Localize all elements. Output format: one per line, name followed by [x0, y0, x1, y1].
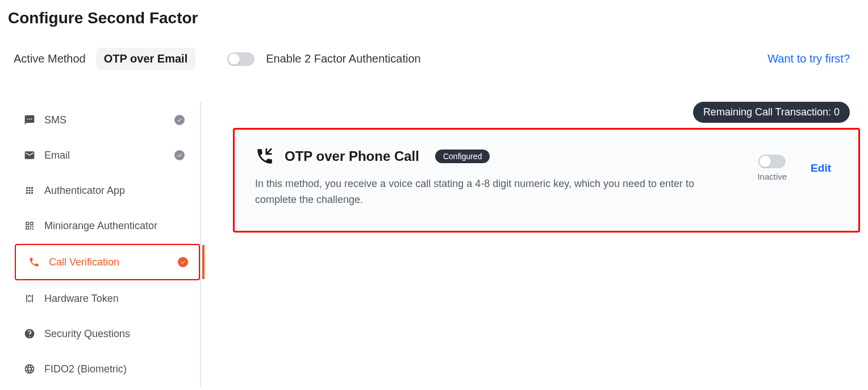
page-title: Configure Second Factor — [8, 9, 860, 27]
sidebar-item-miniorange-authenticator[interactable]: Miniorange Authenticator — [11, 209, 195, 243]
toggle-knob — [228, 53, 240, 65]
sidebar-item-label: Hardware Token — [44, 293, 119, 305]
question-icon — [23, 327, 36, 341]
main-panel: Remaining Call Transaction: 0 OTP over P… — [201, 102, 860, 387]
check-icon — [177, 256, 189, 268]
qr-icon — [23, 219, 36, 233]
sidebar-item-label: Miniorange Authenticator — [44, 220, 157, 232]
card-description: In this method, you receive a voice call… — [255, 176, 721, 208]
card-status-label: Inactive — [757, 172, 787, 181]
enable-2fa-wrap: Enable 2 Factor Authentication — [227, 52, 420, 66]
globe-icon — [23, 362, 36, 376]
phone-icon — [27, 255, 41, 269]
sidebar-item-authenticator-app[interactable]: Authenticator App — [11, 173, 195, 208]
active-method-value: OTP over Email — [96, 48, 195, 70]
top-bar: Active Method OTP over Email Enable 2 Fa… — [14, 48, 860, 70]
card-status-toggle[interactable] — [758, 155, 786, 168]
check-icon — [174, 150, 185, 161]
sidebar-item-call-verification[interactable]: Call Verification — [15, 244, 200, 280]
enable-2fa-toggle[interactable] — [227, 52, 254, 66]
sidebar-item-label: Email — [44, 150, 70, 161]
sidebar-item-label: Security Questions — [44, 328, 130, 340]
card-title: OTP over Phone Call — [285, 148, 419, 164]
remaining-call-pill: Remaining Call Transaction: 0 — [693, 102, 850, 123]
sidebar-item-email[interactable]: Email — [11, 138, 195, 172]
content-row: SMS Email Authenticator App — [8, 102, 860, 387]
toggle-knob — [760, 156, 771, 167]
sidebar-item-security-questions[interactable]: Security Questions — [11, 317, 195, 351]
phone-callback-icon — [255, 147, 274, 166]
sidebar-item-hardware-token[interactable]: Hardware Token — [11, 281, 195, 316]
try-first-link[interactable]: Want to try first? — [767, 52, 850, 65]
sidebar-item-label: FIDO2 (Biometric) — [44, 363, 127, 375]
email-icon — [23, 148, 36, 162]
sms-icon — [23, 113, 36, 127]
sidebar-item-label: Authenticator App — [44, 185, 125, 197]
sidebar-item-label: SMS — [44, 114, 66, 126]
active-method-label: Active Method — [14, 52, 86, 65]
configured-badge: Configured — [435, 150, 490, 163]
enable-2fa-label: Enable 2 Factor Authentication — [266, 52, 420, 65]
sidebar: SMS Email Authenticator App — [8, 102, 201, 387]
sidebar-item-label: Call Verification — [49, 256, 119, 268]
grid-icon — [23, 184, 36, 197]
check-icon — [174, 114, 185, 126]
sidebar-item-fido2[interactable]: FIDO2 (Biometric) — [11, 352, 195, 386]
signal-icon — [23, 292, 36, 305]
edit-button[interactable]: Edit — [811, 162, 831, 175]
sidebar-item-sms[interactable]: SMS — [11, 103, 195, 137]
otp-phone-card: OTP over Phone Call Configured In this m… — [233, 128, 860, 233]
